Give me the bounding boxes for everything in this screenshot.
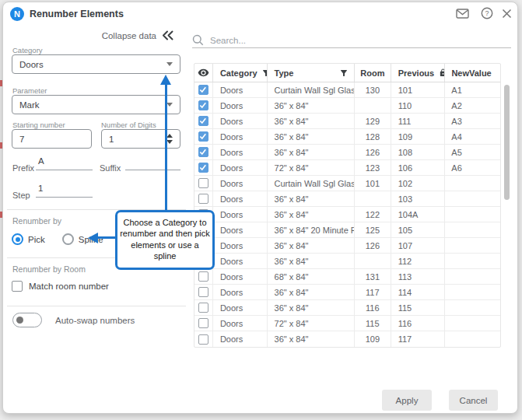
stepper-arrows[interactable] xyxy=(166,134,173,144)
step-input[interactable]: 1 xyxy=(36,181,93,198)
radio-pick[interactable] xyxy=(12,233,23,245)
type-column-header[interactable]: Type xyxy=(268,64,355,82)
cell-type: Curtain Wall Sgl Glass xyxy=(268,176,355,191)
cell-category: Doors xyxy=(213,145,268,159)
row-select-checkbox[interactable] xyxy=(198,318,208,328)
cell-newvalue[interactable] xyxy=(445,238,500,253)
search-field[interactable]: Search... xyxy=(192,33,511,47)
apply-button[interactable]: Apply xyxy=(382,390,432,411)
category-select[interactable]: Doors xyxy=(12,54,180,74)
row-select-checkbox[interactable] xyxy=(198,287,208,297)
cell-previous: 111 xyxy=(391,114,446,128)
visibility-column-header[interactable] xyxy=(194,64,213,82)
cell-previous: 103 xyxy=(391,191,446,206)
cell-newvalue[interactable] xyxy=(445,254,500,268)
cell-newvalue[interactable] xyxy=(445,191,500,206)
category-column-header[interactable]: Category xyxy=(213,64,268,82)
match-room-label[interactable]: Match room number xyxy=(29,282,109,291)
parameter-select[interactable]: Mark xyxy=(12,95,180,114)
stepper-down-icon[interactable] xyxy=(166,140,173,144)
eye-icon xyxy=(198,67,209,79)
row-select-checkbox[interactable] xyxy=(198,100,208,110)
cell-newvalue[interactable]: A2 xyxy=(445,98,500,113)
cell-newvalue[interactable] xyxy=(445,331,500,347)
divider xyxy=(7,306,186,306)
cell-newvalue[interactable] xyxy=(445,176,500,191)
cell-room: 123 xyxy=(355,160,391,175)
table-scrollbar[interactable] xyxy=(504,85,510,200)
row-select-checkbox[interactable] xyxy=(198,178,208,188)
row-select-checkbox[interactable] xyxy=(198,147,208,157)
cell-room: 128 xyxy=(355,129,391,144)
suffix-input[interactable] xyxy=(125,154,180,170)
row-select-checkbox[interactable] xyxy=(198,85,208,95)
cell-category: Doors xyxy=(213,316,268,331)
cell-previous: 102 xyxy=(391,176,446,191)
room-column-header[interactable]: Room xyxy=(355,64,391,82)
newvalue-column-header[interactable]: NewValue xyxy=(445,64,500,82)
help-icon[interactable]: ? xyxy=(480,6,494,20)
cell-type: 36" x 84" 20 Minute Rated xyxy=(268,222,355,237)
filter-icon[interactable] xyxy=(339,68,349,78)
cell-type: 36" x 84" xyxy=(268,98,355,113)
cell-newvalue[interactable] xyxy=(445,207,500,222)
table-row: Doors36" x 84"112 xyxy=(194,254,500,269)
renumber-by-label: Renumber by xyxy=(12,216,61,226)
cell-newvalue[interactable]: A6 xyxy=(445,160,500,175)
cell-newvalue[interactable] xyxy=(445,269,500,284)
category-value: Doors xyxy=(19,60,44,69)
cell-newvalue[interactable]: A5 xyxy=(445,145,500,159)
cell-newvalue[interactable] xyxy=(445,222,500,237)
cell-type: 36" x 84" xyxy=(268,331,355,347)
row-select-checkbox[interactable] xyxy=(198,303,208,313)
row-select-checkbox[interactable] xyxy=(198,116,208,126)
cell-category: Doors xyxy=(213,98,268,113)
cell-category: Doors xyxy=(213,82,268,97)
row-select-checkbox[interactable] xyxy=(198,194,208,204)
row-select-checkbox[interactable] xyxy=(198,131,208,142)
cell-newvalue[interactable]: A3 xyxy=(445,114,500,128)
cell-previous: 110 xyxy=(391,98,446,113)
cell-type: 36" x 84" xyxy=(268,285,355,299)
renumber-by-room-label: Renumber by Room xyxy=(12,264,86,274)
row-select-checkbox[interactable] xyxy=(198,334,208,345)
row-select-checkbox[interactable] xyxy=(198,271,208,282)
cell-type: 36" x 84" xyxy=(268,300,355,315)
collapse-data-control[interactable]: Collapse data xyxy=(3,30,173,40)
radio-pick-label[interactable]: Pick xyxy=(28,235,45,244)
cell-category: Doors xyxy=(213,176,268,191)
cell-category: Doors xyxy=(213,207,268,222)
cell-previous: 116 xyxy=(391,316,446,331)
table-body: DoorsCurtain Wall Sgl Glass130101A1Doors… xyxy=(194,82,500,347)
previous-column-header[interactable]: Previous xyxy=(391,64,446,82)
cell-previous: 106 xyxy=(391,160,446,175)
stepper-up-icon[interactable] xyxy=(166,134,173,138)
filter-icon[interactable] xyxy=(261,68,268,78)
type-column-label: Type xyxy=(275,68,294,78)
cell-newvalue[interactable] xyxy=(445,285,500,299)
cell-category: Doors xyxy=(213,222,268,237)
auto-swap-toggle[interactable] xyxy=(12,313,42,327)
cell-category: Doors xyxy=(213,331,268,347)
cell-newvalue[interactable]: A1 xyxy=(445,82,500,97)
cell-newvalue[interactable] xyxy=(445,316,500,331)
cell-room: 109 xyxy=(355,331,391,347)
cell-type: 68" x 84" xyxy=(268,269,355,284)
cell-previous: 107 xyxy=(391,238,446,253)
cell-previous: 108 xyxy=(391,145,446,159)
radio-spline[interactable] xyxy=(62,233,74,245)
starting-number-input[interactable]: 7 xyxy=(12,129,92,149)
mail-icon[interactable] xyxy=(455,6,469,20)
close-icon[interactable] xyxy=(499,6,513,20)
row-select-checkbox[interactable] xyxy=(198,163,208,173)
auto-swap-row: Auto-swap numbers xyxy=(12,313,135,327)
cancel-button[interactable]: Cancel xyxy=(449,390,498,411)
cell-newvalue[interactable]: A4 xyxy=(445,129,500,144)
cell-category: Doors xyxy=(213,269,268,284)
prefix-input[interactable]: A xyxy=(36,154,93,170)
match-room-checkbox[interactable] xyxy=(12,281,23,292)
callout-arrowhead-left xyxy=(88,233,98,243)
number-of-digits-stepper[interactable]: 1 xyxy=(101,129,180,149)
category-label: Category xyxy=(12,46,43,54)
cell-newvalue[interactable] xyxy=(445,300,500,315)
